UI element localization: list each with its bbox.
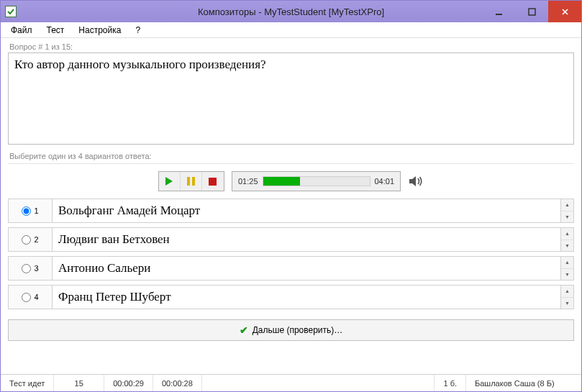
- next-button-label: Дальше (проверить)…: [253, 325, 343, 335]
- status-running: Тест идет: [1, 375, 54, 391]
- status-time-question: 00:00:28: [153, 375, 202, 391]
- status-time-elapsed: 00:00:29: [104, 375, 153, 391]
- time-current: 01:25: [238, 177, 258, 186]
- spin-up-icon[interactable]: ▲: [561, 228, 573, 240]
- answer-row: 3Антонио Сальери▲▼: [8, 256, 574, 281]
- spin-down-icon[interactable]: ▼: [561, 269, 573, 281]
- answer-text: Вольфганг Амадей Моцарт: [53, 199, 561, 223]
- app-icon: [5, 6, 17, 17]
- progress-bar[interactable]: [263, 176, 370, 186]
- answer-spinner: ▲▼: [561, 227, 574, 252]
- answer-spinner: ▲▼: [561, 256, 574, 281]
- answer-text: Людвиг ван Бетховен: [53, 227, 561, 252]
- answers-list: 1Вольфганг Амадей Моцарт▲▼2Людвиг ван Бе…: [8, 199, 574, 315]
- answer-row: 2Людвиг ван Бетховен▲▼: [8, 227, 574, 252]
- answer-radio-cell[interactable]: 2: [8, 227, 53, 252]
- svg-rect-1: [529, 9, 535, 15]
- answer-number: 3: [34, 264, 38, 273]
- answer-number: 2: [34, 235, 38, 244]
- menu-test[interactable]: Тест: [40, 24, 72, 37]
- close-button[interactable]: [548, 1, 581, 22]
- spin-down-icon[interactable]: ▼: [561, 211, 573, 223]
- answer-text: Франц Петер Шуберт: [53, 285, 561, 309]
- time-total: 04:01: [375, 177, 395, 186]
- spin-up-icon[interactable]: ▲: [561, 257, 573, 269]
- answer-radio[interactable]: [22, 235, 31, 245]
- answer-spinner: ▲▼: [561, 285, 574, 309]
- answer-text: Антонио Сальери: [53, 256, 561, 281]
- spin-down-icon[interactable]: ▼: [561, 298, 573, 309]
- spin-up-icon[interactable]: ▲: [561, 199, 573, 211]
- question-counter: Вопрос # 1 из 15:: [8, 38, 574, 53]
- answer-radio[interactable]: [22, 264, 31, 273]
- statusbar: Тест идет 15 00:00:29 00:00:28 1 б. Башл…: [1, 374, 581, 391]
- answer-row: 1Вольфганг Амадей Моцарт▲▼: [8, 199, 574, 223]
- check-icon: ✔: [240, 324, 248, 336]
- play-button[interactable]: [159, 172, 181, 191]
- menubar: Файл Тест Настройка ?: [1, 22, 581, 38]
- minimize-button[interactable]: [482, 1, 515, 22]
- spin-up-icon[interactable]: ▲: [561, 286, 573, 298]
- status-user: Башлаков Саша (8 Б): [466, 375, 581, 391]
- titlebar[interactable]: Композиторы - MyTestStudent [MyTestXPro]: [1, 1, 581, 22]
- answer-radio-cell[interactable]: 4: [8, 285, 53, 309]
- menu-file[interactable]: Файл: [4, 24, 40, 37]
- maximize-button[interactable]: [515, 1, 548, 22]
- status-score: 1 б.: [435, 375, 466, 391]
- stop-button[interactable]: [202, 172, 224, 191]
- answer-radio-cell[interactable]: 3: [8, 256, 53, 281]
- answer-row: 4Франц Петер Шуберт▲▼: [8, 285, 574, 309]
- answer-radio-cell[interactable]: 1: [8, 199, 53, 223]
- progress-fill: [263, 177, 301, 186]
- answer-spinner: ▲▼: [561, 199, 574, 223]
- volume-icon[interactable]: [408, 175, 424, 188]
- next-button[interactable]: ✔ Дальше (проверить)…: [8, 319, 574, 341]
- answer-radio[interactable]: [22, 293, 31, 302]
- answer-number: 1: [34, 206, 38, 215]
- spin-down-icon[interactable]: ▼: [561, 240, 573, 252]
- menu-help[interactable]: ?: [128, 24, 147, 37]
- audio-player: 01:25 04:01: [8, 168, 574, 199]
- answer-instruction: Выберите один из 4 вариантов ответа:: [8, 145, 574, 164]
- answer-number: 4: [34, 293, 38, 301]
- pause-button[interactable]: [181, 172, 202, 191]
- menu-settings[interactable]: Настройка: [71, 24, 128, 37]
- svg-rect-0: [496, 14, 502, 15]
- status-total-questions: 15: [54, 375, 104, 391]
- answer-radio[interactable]: [22, 206, 31, 216]
- question-text: Кто автор данного музыкального произведе…: [8, 53, 574, 145]
